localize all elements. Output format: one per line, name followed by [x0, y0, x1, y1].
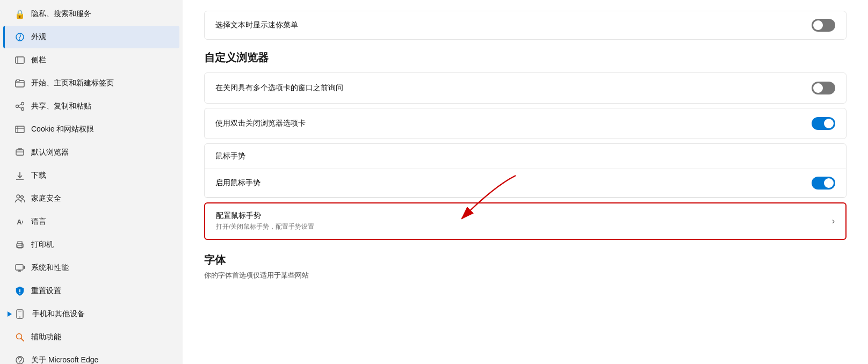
svg-point-8	[16, 105, 19, 108]
svg-point-32	[19, 317, 20, 318]
close-tabs-slider	[812, 82, 835, 94]
svg-point-21	[21, 196, 24, 199]
sidebar: 🔒 隐私、搜索和服务 外观 侧栏 开始、主页和新建标签	[0, 0, 183, 364]
svg-line-9	[19, 105, 21, 106]
cookie-icon	[14, 123, 26, 135]
default-icon	[14, 147, 26, 158]
svg-line-35	[21, 339, 24, 341]
reset-icon	[14, 285, 26, 297]
sidebar-item-system[interactable]: 系统和性能	[3, 257, 179, 279]
accessibility-icon	[14, 331, 26, 343]
svg-rect-1	[16, 57, 24, 63]
system-icon	[14, 262, 26, 274]
sidebar-item-language[interactable]: AI 语言	[3, 210, 179, 233]
mobile-indicator	[8, 311, 12, 317]
configure-gesture-title: 配置鼠标手势	[216, 211, 314, 221]
sidebar-item-label: 隐私、搜索和服务	[31, 9, 91, 19]
language-icon: AI	[14, 216, 26, 228]
svg-line-10	[19, 107, 21, 108]
svg-rect-14	[16, 150, 24, 155]
double-click-slider	[812, 117, 835, 130]
sidebar-item-sidebar[interactable]: 侧栏	[3, 49, 179, 71]
font-section-heading: 字体	[204, 253, 847, 267]
share-icon	[14, 100, 26, 112]
sidebar-item-label: 辅助功能	[31, 332, 61, 342]
svg-point-30	[19, 293, 20, 294]
svg-point-6	[21, 103, 24, 105]
svg-point-24	[21, 244, 23, 245]
sidebar-item-label: 关于 Microsoft Edge	[31, 355, 98, 364]
configure-gesture-wrapper: 配置鼠标手势 打开/关闭鼠标手势，配置手势设置 ›	[204, 202, 847, 240]
close-tabs-toggle[interactable]	[812, 82, 835, 94]
main-content: 选择文本时显示迷你菜单 自定义浏览器 在关闭具有多个选项卡的窗口之前询问 使用双…	[183, 0, 868, 364]
download-icon	[14, 170, 26, 181]
newtab-icon	[14, 77, 26, 89]
about-icon	[14, 354, 26, 364]
enable-mouse-label: 启用鼠标手势	[215, 178, 261, 188]
sidebar-item-download[interactable]: 下载	[3, 164, 179, 187]
configure-gesture-text: 配置鼠标手势 打开/关闭鼠标手势，配置手势设置	[216, 211, 314, 231]
mini-menu-toggle[interactable]	[812, 19, 835, 32]
sidebar-item-cookie[interactable]: Cookie 和网站权限	[3, 118, 179, 141]
privacy-icon: 🔒	[14, 8, 26, 20]
double-click-label: 使用双击关闭浏览器选项卡	[215, 119, 306, 128]
sidebar-item-privacy[interactable]: 🔒 隐私、搜索和服务	[3, 3, 179, 25]
chevron-right-icon: ›	[832, 216, 835, 226]
sidebar-item-family[interactable]: 家庭安全	[3, 187, 179, 210]
gesture-section-header: 鼠标手势	[205, 144, 846, 169]
sidebar-item-label: 默认浏览器	[31, 148, 69, 157]
mini-menu-row: 选择文本时显示迷你菜单	[204, 11, 847, 40]
svg-point-7	[21, 108, 24, 111]
font-section-subtitle: 你的字体首选项仅适用于某些网站	[204, 271, 847, 280]
enable-mouse-slider	[812, 177, 835, 190]
double-click-row: 使用双击关闭浏览器选项卡	[204, 108, 847, 139]
sidebar-item-label: 下载	[31, 171, 46, 180]
gesture-section: 鼠标手势 启用鼠标手势	[204, 143, 847, 198]
customize-section-heading: 自定义浏览器	[204, 50, 847, 65]
close-tabs-row: 在关闭具有多个选项卡的窗口之前询问	[204, 72, 847, 104]
configure-gesture-row[interactable]: 配置鼠标手势 打开/关闭鼠标手势，配置手势设置 ›	[204, 202, 847, 240]
sidebar-item-label: Cookie 和网站权限	[31, 125, 94, 134]
sidebar-item-accessibility[interactable]: 辅助功能	[3, 326, 179, 348]
sidebar-item-label: 系统和性能	[31, 263, 69, 273]
svg-rect-25	[16, 265, 23, 270]
sidebar-item-appearance[interactable]: 外观	[3, 26, 179, 48]
sidebar-item-printer[interactable]: 打印机	[3, 234, 179, 256]
sidebar-item-default[interactable]: 默认浏览器	[3, 141, 179, 164]
svg-rect-28	[24, 266, 25, 269]
mini-menu-label: 选择文本时显示迷你菜单	[215, 20, 298, 30]
sidebar-icon	[14, 54, 26, 66]
mouse-gesture-heading: 鼠标手势	[215, 151, 245, 161]
family-icon	[14, 193, 26, 205]
sidebar-item-label: 家庭安全	[31, 194, 61, 203]
printer-icon	[14, 239, 26, 251]
sidebar-item-label: 外观	[31, 32, 46, 42]
svg-rect-5	[17, 79, 19, 82]
sidebar-item-reset[interactable]: 重置设置	[3, 280, 179, 302]
mini-menu-slider	[812, 19, 835, 32]
sidebar-item-share[interactable]: 共享、复制和粘贴	[3, 95, 179, 118]
sidebar-item-label: 开始、主页和新建标签页	[31, 78, 114, 88]
enable-mouse-row: 启用鼠标手势	[205, 169, 846, 198]
configure-gesture-subtitle: 打开/关闭鼠标手势，配置手势设置	[216, 222, 314, 231]
double-click-toggle[interactable]	[812, 117, 835, 130]
mobile-icon	[14, 308, 26, 320]
sidebar-item-label: 重置设置	[31, 286, 61, 296]
svg-point-37	[19, 362, 20, 363]
enable-mouse-toggle[interactable]	[812, 177, 835, 190]
appearance-icon	[14, 31, 26, 43]
sidebar-item-label: 语言	[31, 217, 46, 227]
close-tabs-label: 在关闭具有多个选项卡的窗口之前询问	[215, 83, 343, 93]
svg-point-20	[17, 195, 20, 198]
svg-rect-11	[16, 126, 24, 133]
sidebar-item-label: 手机和其他设备	[32, 309, 85, 319]
sidebar-item-about[interactable]: 关于 Microsoft Edge	[3, 349, 179, 364]
sidebar-item-mobile[interactable]: 手机和其他设备	[3, 303, 179, 325]
sidebar-item-label: 共享、复制和粘贴	[31, 101, 91, 111]
sidebar-item-newtab[interactable]: 开始、主页和新建标签页	[3, 72, 179, 94]
sidebar-item-label: 打印机	[31, 240, 54, 250]
sidebar-item-label: 侧栏	[31, 55, 46, 65]
